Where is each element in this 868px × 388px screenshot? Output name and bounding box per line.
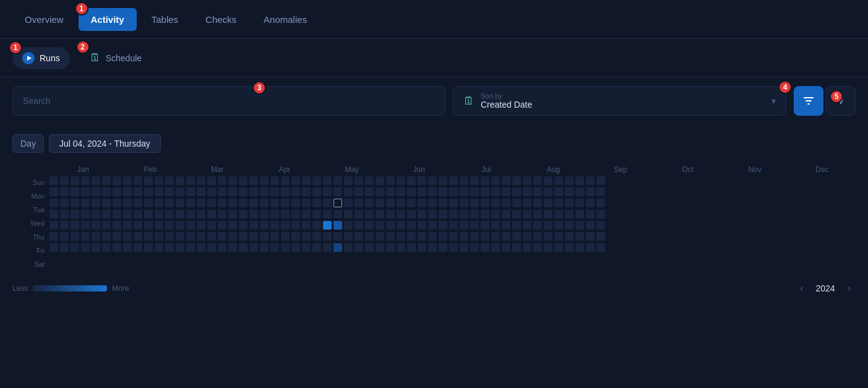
heat-cell-3-10[interactable] xyxy=(155,210,163,218)
heat-cell-4-0[interactable] xyxy=(49,221,58,230)
heat-cell-4-43[interactable] xyxy=(502,221,510,230)
heat-cell-6-14[interactable] xyxy=(197,243,205,252)
heat-cell-2-30[interactable] xyxy=(365,199,374,207)
heat-cell-6-24[interactable] xyxy=(302,243,311,252)
heat-cell-6-7[interactable] xyxy=(123,243,132,252)
heat-cell-6-18[interactable] xyxy=(239,243,247,252)
heat-cell-3-33[interactable] xyxy=(397,210,405,218)
heat-cell-6-23[interactable] xyxy=(291,243,300,252)
heat-cell-0-8[interactable] xyxy=(134,176,142,185)
heat-cell-5-22[interactable] xyxy=(281,232,290,241)
heat-cell-1-7[interactable] xyxy=(123,188,132,196)
heat-cell-3-45[interactable] xyxy=(523,210,531,218)
heat-cell-5-19[interactable] xyxy=(249,232,258,241)
heat-cell-4-47[interactable] xyxy=(544,221,552,230)
heat-cell-4-4[interactable] xyxy=(92,221,100,230)
heat-cell-5-31[interactable] xyxy=(376,232,384,241)
heat-cell-4-10[interactable] xyxy=(155,221,163,230)
heat-cell-4-34[interactable] xyxy=(407,221,416,230)
heat-cell-5-18[interactable] xyxy=(239,232,247,241)
heat-cell-0-18[interactable] xyxy=(239,176,247,185)
heat-cell-3-36[interactable] xyxy=(428,210,437,218)
heat-cell-1-39[interactable] xyxy=(460,188,468,196)
heat-cell-6-9[interactable] xyxy=(144,243,153,252)
heat-cell-5-12[interactable] xyxy=(176,232,184,241)
heat-cell-0-23[interactable] xyxy=(291,176,300,185)
heat-cell-2-36[interactable] xyxy=(428,199,437,207)
heat-cell-1-9[interactable] xyxy=(144,188,153,196)
heat-cell-5-45[interactable] xyxy=(523,232,531,241)
heat-cell-2-3[interactable] xyxy=(81,199,90,207)
heat-cell-4-51[interactable] xyxy=(586,221,595,230)
heat-cell-0-39[interactable] xyxy=(460,176,468,185)
heat-cell-3-15[interactable] xyxy=(207,210,216,218)
heat-cell-1-21[interactable] xyxy=(270,188,279,196)
heat-cell-0-22[interactable] xyxy=(281,176,290,185)
heat-cell-1-22[interactable] xyxy=(281,188,290,196)
heat-cell-4-27[interactable] xyxy=(333,221,342,230)
heat-cell-6-0[interactable] xyxy=(49,243,58,252)
year-prev-button[interactable]: ‹ xyxy=(795,280,808,296)
heat-cell-2-47[interactable] xyxy=(544,199,552,207)
heat-cell-1-32[interactable] xyxy=(386,188,395,196)
heat-cell-4-36[interactable] xyxy=(428,221,437,230)
heat-cell-0-46[interactable] xyxy=(533,176,542,185)
heat-cell-5-34[interactable] xyxy=(407,232,416,241)
heat-cell-6-47[interactable] xyxy=(544,243,552,252)
heat-cell-4-48[interactable] xyxy=(554,221,563,230)
heat-cell-3-6[interactable] xyxy=(113,210,121,218)
heat-cell-2-5[interactable] xyxy=(102,199,111,207)
heat-cell-1-43[interactable] xyxy=(502,188,510,196)
heat-cell-2-8[interactable] xyxy=(134,199,142,207)
heat-cell-3-8[interactable] xyxy=(134,210,142,218)
heat-cell-2-15[interactable] xyxy=(207,199,216,207)
heat-cell-4-16[interactable] xyxy=(218,221,226,230)
heat-cell-3-13[interactable] xyxy=(186,210,195,218)
heat-cell-4-39[interactable] xyxy=(460,221,468,230)
heat-cell-2-2[interactable] xyxy=(71,199,79,207)
heat-cell-2-31[interactable] xyxy=(376,199,384,207)
heat-cell-2-9[interactable] xyxy=(144,199,153,207)
heat-cell-3-38[interactable] xyxy=(449,210,458,218)
heat-cell-2-24[interactable] xyxy=(302,199,311,207)
filter-button[interactable] xyxy=(794,86,823,116)
heat-cell-3-42[interactable] xyxy=(491,210,500,218)
heat-cell-4-41[interactable] xyxy=(481,221,489,230)
heat-cell-4-35[interactable] xyxy=(418,221,426,230)
heat-cell-0-15[interactable] xyxy=(207,176,216,185)
heat-cell-1-24[interactable] xyxy=(302,188,311,196)
heat-cell-6-35[interactable] xyxy=(418,243,426,252)
heat-cell-4-31[interactable] xyxy=(376,221,384,230)
heat-cell-2-42[interactable] xyxy=(491,199,500,207)
heat-cell-2-39[interactable] xyxy=(460,199,468,207)
heat-cell-3-2[interactable] xyxy=(71,210,79,218)
heat-cell-5-41[interactable] xyxy=(481,232,489,241)
heat-cell-2-25[interactable] xyxy=(312,199,321,207)
heat-cell-2-6[interactable] xyxy=(113,199,121,207)
heat-cell-1-44[interactable] xyxy=(512,188,521,196)
heat-cell-0-2[interactable] xyxy=(71,176,79,185)
heat-cell-6-41[interactable] xyxy=(481,243,489,252)
heat-cell-6-32[interactable] xyxy=(386,243,395,252)
heat-cell-6-30[interactable] xyxy=(365,243,374,252)
heat-cell-4-24[interactable] xyxy=(302,221,311,230)
heat-cell-4-28[interactable] xyxy=(344,221,353,230)
heat-cell-0-40[interactable] xyxy=(470,176,479,185)
heat-cell-6-42[interactable] xyxy=(491,243,500,252)
heat-cell-5-49[interactable] xyxy=(565,232,574,241)
nav-item-checks[interactable]: Checks xyxy=(193,8,249,31)
heat-cell-3-0[interactable] xyxy=(49,210,58,218)
heat-cell-2-13[interactable] xyxy=(186,199,195,207)
heat-cell-5-3[interactable] xyxy=(81,232,90,241)
heat-cell-0-3[interactable] xyxy=(81,176,90,185)
heat-cell-2-29[interactable] xyxy=(355,199,363,207)
heat-cell-5-32[interactable] xyxy=(386,232,395,241)
heat-cell-6-13[interactable] xyxy=(186,243,195,252)
heat-cell-1-20[interactable] xyxy=(260,188,269,196)
heat-cell-2-49[interactable] xyxy=(565,199,574,207)
heat-cell-6-43[interactable] xyxy=(502,243,510,252)
heat-cell-2-26[interactable] xyxy=(323,199,332,207)
heat-cell-2-51[interactable] xyxy=(586,199,595,207)
heat-cell-1-50[interactable] xyxy=(575,188,584,196)
heat-cell-3-51[interactable] xyxy=(586,210,595,218)
